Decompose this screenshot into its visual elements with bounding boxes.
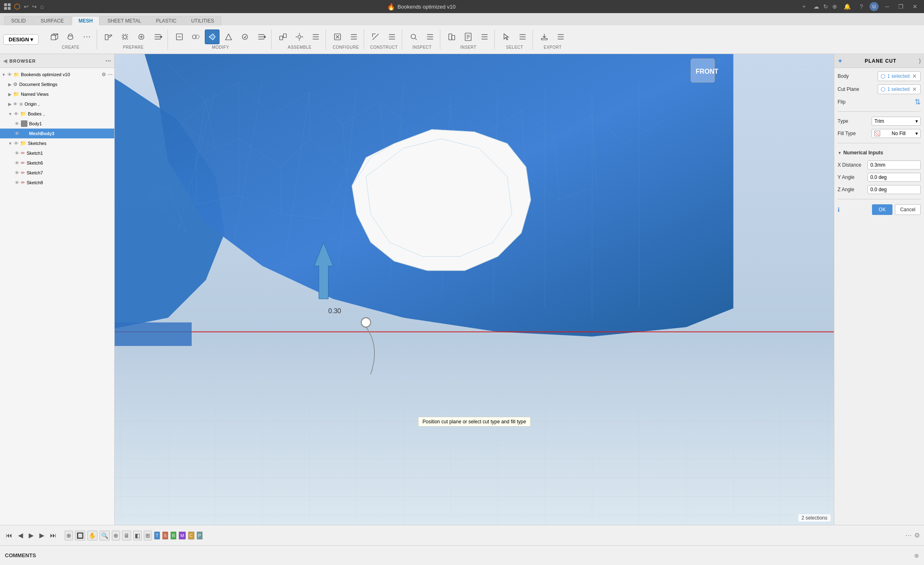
nav-next-btn[interactable]: ▶ xyxy=(38,531,46,540)
type-select[interactable]: Trim ▾ xyxy=(872,117,921,126)
close-btn[interactable]: ✕ xyxy=(910,2,920,11)
cancel-button[interactable]: Cancel xyxy=(895,204,921,215)
tab-sheet-metal[interactable]: SHEET METAL xyxy=(100,16,148,25)
origin-eye-icon[interactable]: 👁 xyxy=(13,102,18,106)
bottom-tool-10[interactable]: S xyxy=(162,531,168,540)
doc-expand-icon[interactable]: ▶ xyxy=(8,82,11,87)
y-angle-input[interactable] xyxy=(867,173,921,182)
browser-named-views[interactable]: ▶ 📁 Named Views xyxy=(0,89,114,99)
bodies-eye-icon[interactable]: 👁 xyxy=(14,111,18,116)
create-more-btn[interactable] xyxy=(79,29,94,44)
modify-more-btn[interactable] xyxy=(254,29,269,44)
browser-sketch6[interactable]: 👁 ✏ Sketch6 xyxy=(0,158,114,168)
cut-plane-clear-btn[interactable]: ✕ xyxy=(911,86,918,93)
modify-btn-1[interactable] xyxy=(172,29,187,44)
tab-surface[interactable]: SURFACE xyxy=(34,16,71,25)
prepare-btn-2[interactable] xyxy=(118,29,132,44)
assemble-btn-1[interactable] xyxy=(276,29,290,44)
prepare-more-btn[interactable] xyxy=(150,29,165,44)
comments-expand-btn[interactable]: ⊕ xyxy=(914,552,919,559)
flip-btn[interactable]: ⇅ xyxy=(915,97,921,106)
browser-bodies[interactable]: ▼ 👁 📁 Bodies , xyxy=(0,109,114,119)
insert-btn-1[interactable] xyxy=(444,29,459,44)
bottom-tool-11[interactable]: B xyxy=(170,531,177,540)
design-dropdown[interactable]: DESIGN ▾ xyxy=(3,34,38,45)
select-btn-1[interactable] xyxy=(499,29,514,44)
export-more-btn[interactable] xyxy=(553,29,568,44)
cut-plane-selector[interactable]: ⬡ 1 selected ✕ xyxy=(878,84,921,94)
bottom-tool-4[interactable]: 🔍 xyxy=(100,531,110,540)
root-settings-icon[interactable]: ⚙ xyxy=(102,72,106,77)
browser-sketches[interactable]: ▼ 👁 📁 Sketches xyxy=(0,138,114,148)
settings-cog-icon[interactable]: ⚙ xyxy=(914,531,920,539)
ok-button[interactable]: OK xyxy=(872,204,892,215)
bottom-tool-8[interactable]: ⊞ xyxy=(144,531,152,540)
bottom-tool-1[interactable]: ⊕ xyxy=(65,531,73,540)
browser-body1[interactable]: 👁 Body1 xyxy=(0,119,114,129)
app-grid-icon[interactable] xyxy=(4,3,11,10)
x-distance-input[interactable] xyxy=(867,160,921,170)
construct-btn-1[interactable] xyxy=(368,29,383,44)
tab-utilities[interactable]: UTILITIES xyxy=(184,16,221,25)
configure-btn-1[interactable] xyxy=(330,29,345,44)
bottom-tool-6[interactable]: 🖥 xyxy=(122,531,131,540)
body1-eye-icon[interactable]: 👁 xyxy=(15,121,19,126)
bottom-tool-2[interactable]: 🔲 xyxy=(75,531,85,540)
restore-btn[interactable]: ❐ xyxy=(896,2,906,11)
modify-btn-3[interactable] xyxy=(205,29,220,44)
browser-sketch7[interactable]: 👁 ✏ Sketch7 xyxy=(0,168,114,178)
inspect-more-btn[interactable] xyxy=(423,29,437,44)
origin-expand-icon[interactable]: ▶ xyxy=(8,102,11,106)
named-views-expand-icon[interactable]: ▶ xyxy=(8,92,11,97)
prepare-btn-1[interactable] xyxy=(101,29,116,44)
meshbody3-eye-icon[interactable]: 👁 xyxy=(15,131,19,136)
bottom-tool-3[interactable]: ✋ xyxy=(87,531,97,540)
home-btn[interactable]: ⌂ xyxy=(40,3,43,10)
sketches-eye-icon[interactable]: 👁 xyxy=(14,141,18,146)
numerical-inputs-header[interactable]: ▼ Numerical Inputs xyxy=(838,150,921,156)
z-angle-input[interactable] xyxy=(867,185,921,194)
nav-prev-btn[interactable]: ◀ xyxy=(16,531,25,540)
bell-icon[interactable]: 🔔 xyxy=(841,2,853,11)
sketch7-eye-icon[interactable]: 👁 xyxy=(15,170,19,175)
prepare-btn-3[interactable] xyxy=(134,29,149,44)
assemble-btn-2[interactable] xyxy=(292,29,307,44)
tab-mesh[interactable]: MESH xyxy=(72,16,100,25)
nav-first-btn[interactable]: ⏮ xyxy=(4,531,14,540)
modify-btn-5[interactable] xyxy=(238,29,252,44)
insert-more-btn[interactable] xyxy=(477,29,492,44)
body-clear-btn[interactable]: ✕ xyxy=(911,73,918,79)
sketches-expand-icon[interactable]: ▼ xyxy=(8,141,12,146)
create-box-btn[interactable] xyxy=(47,29,61,44)
root-more-icon[interactable]: ⋯ xyxy=(108,72,113,77)
root-eye-icon[interactable]: 👁 xyxy=(7,72,12,77)
sketch1-eye-icon[interactable]: 👁 xyxy=(15,151,19,156)
construct-more-btn[interactable] xyxy=(385,29,399,44)
assemble-more-btn[interactable] xyxy=(308,29,323,44)
sketch8-eye-icon[interactable]: 👁 xyxy=(15,180,19,185)
minimize-btn[interactable]: ─ xyxy=(883,2,892,11)
browser-doc-settings[interactable]: ▶ ⚙ Document Settings xyxy=(0,79,114,89)
select-more-btn[interactable] xyxy=(515,29,530,44)
modify-btn-4[interactable] xyxy=(221,29,236,44)
expand-timeline-btn[interactable]: ⋯ xyxy=(905,531,912,539)
export-btn-1[interactable] xyxy=(537,29,552,44)
undo-btn[interactable]: ↩ xyxy=(24,3,29,10)
bottom-tool-7[interactable]: ◧ xyxy=(133,531,142,540)
browser-sketch1[interactable]: 👁 ✏ Sketch1 xyxy=(0,148,114,158)
bottom-tool-5[interactable]: ⊕ xyxy=(112,531,120,540)
panel-expand-btn[interactable]: ⟩ xyxy=(919,58,921,64)
nav-last-btn[interactable]: ⏭ xyxy=(48,531,58,540)
inspect-btn-1[interactable] xyxy=(406,29,421,44)
bottom-tool-9[interactable]: T xyxy=(154,531,160,540)
browser-root[interactable]: ▼ 👁 📁 Bookends optimized v10 ⚙ ⋯ xyxy=(0,70,114,79)
sketch6-eye-icon[interactable]: 👁 xyxy=(15,160,19,165)
browser-menu-btn[interactable]: ⋯ xyxy=(105,58,111,64)
browser-origin[interactable]: ▶ 👁 ⊕ Origin , xyxy=(0,99,114,109)
add-btn[interactable]: ＋ xyxy=(799,2,809,11)
insert-btn-2[interactable] xyxy=(461,29,476,44)
tab-solid[interactable]: SOLID xyxy=(4,16,33,25)
modify-btn-2[interactable] xyxy=(188,29,203,44)
create-sphere-btn[interactable] xyxy=(63,29,78,44)
help-icon[interactable]: ? xyxy=(857,2,865,11)
